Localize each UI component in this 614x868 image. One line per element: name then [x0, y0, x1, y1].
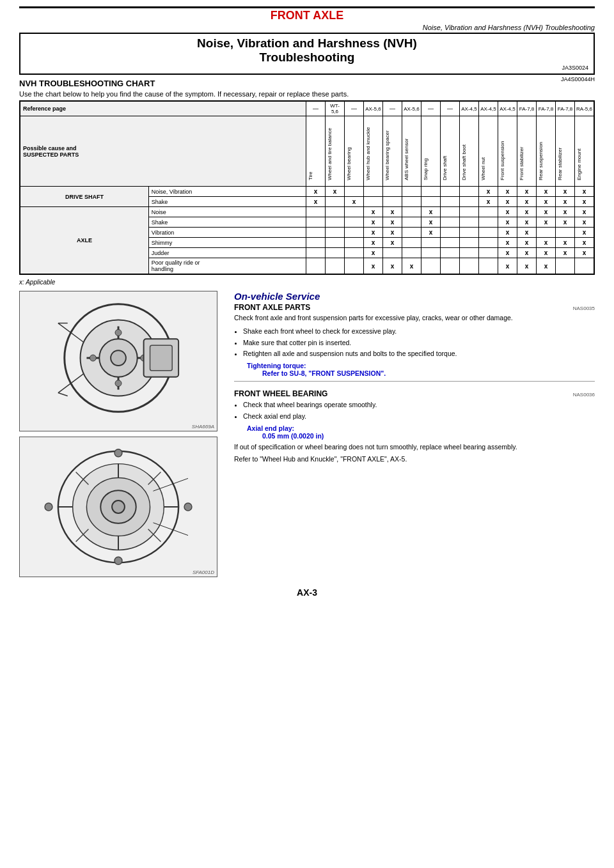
ref-p5: —	[383, 102, 402, 116]
applicable-note: x: Applicable	[19, 279, 595, 286]
tightening-torque-label: Tightening torque:	[247, 362, 595, 369]
cell-dssh-14: x	[556, 197, 575, 207]
cell-av-6	[402, 228, 421, 238]
cell-apr-2	[326, 258, 345, 274]
cell-dsnv-10: x	[479, 187, 498, 197]
cell-av-10	[479, 228, 498, 238]
cell-an-1	[306, 207, 326, 217]
cell-ashim-2	[326, 238, 345, 248]
ref-p10: AX-4,5	[479, 102, 498, 116]
col-h-snap-ring: Snap ring	[421, 116, 441, 187]
cell-dssh-6	[402, 197, 421, 207]
cell-an-15: x	[575, 207, 594, 217]
cell-dssh-15: x	[575, 197, 594, 207]
nvh-table: Reference page — WT-5,6 — AX-5,6 — AX-5,…	[20, 101, 594, 274]
page-number: AX-3	[19, 587, 595, 598]
ref-p1: —	[306, 102, 326, 116]
front-axle-parts-desc: Check front axle and front suspension pa…	[234, 313, 595, 323]
cell-an-4: x	[364, 207, 383, 217]
cell-ash-3	[345, 217, 364, 228]
cell-dssh-8	[441, 197, 460, 207]
group-axle: AXLE	[20, 207, 149, 274]
ref-p13: FA-7,8	[537, 102, 556, 116]
ref-p9: AX-4,5	[460, 102, 479, 116]
cell-an-11: x	[498, 207, 517, 217]
cell-dssh-10: x	[479, 197, 498, 207]
cell-an-6	[402, 207, 421, 217]
axial-end-play-label: Axial end play:	[247, 424, 595, 432]
cell-apr-7	[421, 258, 441, 274]
svg-point-10	[115, 380, 122, 387]
image-label-1: SHA669A	[192, 424, 214, 430]
cell-ashim-10	[479, 238, 498, 248]
ref-p3: —	[345, 102, 364, 116]
cell-dsnv-15: x	[575, 187, 594, 197]
symptom-shake-ds: Shake	[148, 197, 306, 207]
cell-ashim-1	[306, 238, 326, 248]
page-title: FRONT AXLE	[19, 9, 595, 22]
cell-aj-9	[460, 248, 479, 258]
nvh-table-wrapper: Reference page — WT-5,6 — AX-5,6 — AX-5,…	[19, 100, 595, 275]
cell-an-3	[345, 207, 364, 217]
ref-p2: WT-5,6	[326, 102, 345, 116]
ref-p6: AX-5,6	[402, 102, 421, 116]
cell-aj-2	[326, 248, 345, 258]
cell-ash-5: x	[383, 217, 402, 228]
cell-av-8	[441, 228, 460, 238]
svg-point-24	[112, 500, 125, 513]
image-axle-hub: SFA001D	[19, 437, 217, 577]
cell-apr-9	[460, 258, 479, 274]
cell-ashim-15: x	[575, 238, 594, 248]
col-h-wheel-bearing: Wheel bearing	[345, 116, 364, 187]
cell-av-9	[460, 228, 479, 238]
ref-p15: RA-5,6	[575, 102, 594, 116]
cell-apr-10	[479, 258, 498, 274]
symptom-judder-axle: Judder	[148, 248, 306, 258]
ref-p11: AX-4,5	[498, 102, 517, 116]
cell-apr-1	[306, 258, 326, 274]
svg-point-35	[45, 503, 52, 511]
cell-ash-10	[479, 217, 498, 228]
cell-apr-6: x	[402, 258, 421, 274]
bullet-2: Make sure that cotter pin is inserted.	[243, 337, 595, 348]
cell-dsnv-8	[441, 187, 460, 197]
svg-point-9	[115, 329, 122, 336]
cell-dssh-7	[421, 197, 441, 207]
cell-av-2	[326, 228, 345, 238]
cell-aj-4: x	[364, 248, 383, 258]
bullet-1: Shake each front wheel to check for exce…	[243, 326, 595, 337]
images-column: SHA669A	[19, 291, 224, 577]
cell-apr-15	[575, 258, 594, 274]
cell-av-1	[306, 228, 326, 238]
cell-av-7: x	[421, 228, 441, 238]
cell-an-12: x	[517, 207, 537, 217]
image-wheel-disc: SHA669A	[19, 291, 217, 431]
ref-p12: FA-7,8	[517, 102, 537, 116]
cell-apr-3	[345, 258, 364, 274]
possible-cause-label: Possible cause andSUSPECTED PARTS	[20, 116, 306, 187]
cell-dsnv-7	[421, 187, 441, 197]
bearing-bullet-2: Check axial end play.	[243, 411, 595, 422]
cell-aj-8	[441, 248, 460, 258]
symptom-vibration-axle: Vibration	[148, 228, 306, 238]
cell-dsnv-4	[364, 187, 383, 197]
symptom-noise-vib: Noise, Vibration	[148, 187, 306, 197]
cell-aj-15: x	[575, 248, 594, 258]
cell-an-14: x	[556, 207, 575, 217]
cell-an-5: x	[383, 207, 402, 217]
cell-ashim-12: x	[517, 238, 537, 248]
cell-ashim-14: x	[556, 238, 575, 248]
lower-section: SHA669A	[19, 291, 595, 577]
section-heading: Noise, Vibration and Harshness (NVH) Tro…	[26, 36, 588, 65]
bearing-footer-2: Refer to "Wheel Hub and Knuckle", "FRONT…	[234, 454, 595, 465]
cell-dssh-4	[364, 197, 383, 207]
cell-ash-9	[460, 217, 479, 228]
ref-code-1: JA3S0024	[26, 65, 588, 71]
cell-av-3	[345, 228, 364, 238]
cell-an-9	[460, 207, 479, 217]
front-wheel-bearing-ref: NAS0036	[573, 392, 595, 398]
cell-ash-2	[326, 217, 345, 228]
front-wheel-bearing-bullets: Check that wheel bearings operate smooth…	[243, 399, 595, 422]
cell-aj-13: x	[537, 248, 556, 258]
cell-aj-14: x	[556, 248, 575, 258]
